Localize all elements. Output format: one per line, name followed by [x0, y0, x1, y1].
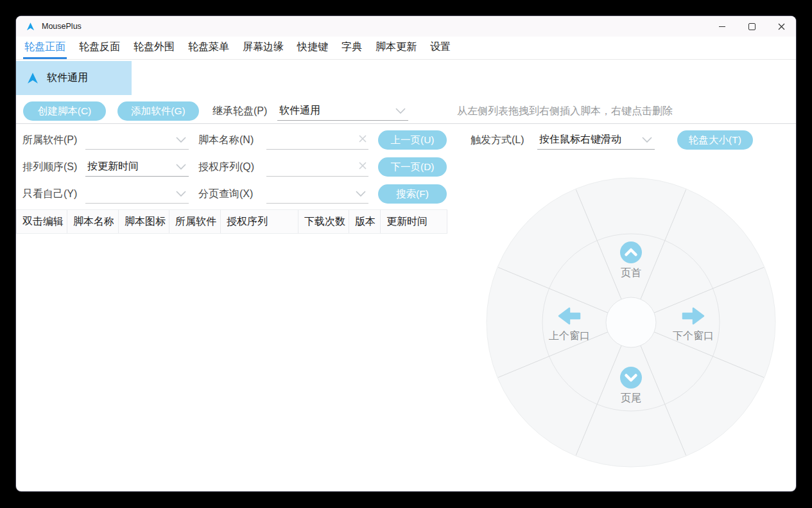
minimize-icon	[719, 26, 725, 27]
tab-wheel-back[interactable]: 轮盘反面	[78, 37, 121, 59]
col-download-count[interactable]: 下载次数	[298, 210, 349, 233]
chevron-down-icon	[176, 134, 186, 146]
only-mine-label: 只看自己(Y)	[22, 184, 77, 204]
col-owner-software[interactable]: 所属软件	[169, 210, 221, 233]
wheel-item-top[interactable]: 页首	[599, 241, 663, 280]
chevron-down-icon	[176, 188, 186, 200]
wheel-rings	[486, 177, 776, 468]
auth-serial-label: 授权序列(Q)	[198, 157, 254, 177]
main-tabbar: 轮盘正面 轮盘反面 轮盘外围 轮盘菜单 屏幕边缘 快捷键 字典 脚本更新 设置	[16, 37, 796, 60]
wheel-item-bottom[interactable]: 页尾	[599, 367, 663, 405]
sort-order-value: 按更新时间	[85, 160, 176, 173]
wheel-item-label: 页尾	[621, 392, 641, 405]
wheel-item-label: 下个窗口	[673, 329, 714, 343]
toolbar-divider	[16, 123, 796, 124]
script-table-header: 双击编辑 脚本名称 脚本图标 所属软件 授权序列 下载次数 版本 更新时间	[16, 209, 447, 234]
inherit-wheel-select[interactable]: 软件通用	[277, 101, 408, 121]
maximize-button[interactable]	[737, 16, 766, 37]
chevron-down-circle-icon	[620, 367, 642, 389]
category-card-selected[interactable]: 软件通用	[16, 61, 132, 95]
col-script-icon[interactable]: 脚本图标	[119, 210, 169, 233]
page-query-select[interactable]	[266, 184, 368, 204]
app-logo-icon	[26, 22, 35, 31]
tab-wheel-outer[interactable]: 轮盘外围	[132, 37, 176, 59]
next-page-button[interactable]: 下一页(D)	[378, 157, 447, 177]
col-version[interactable]: 版本	[349, 210, 381, 233]
titlebar: MousePlus	[16, 16, 796, 37]
drag-hint-text: 从左侧列表拖拽到右侧插入脚本，右键点击删除	[457, 105, 673, 118]
category-label: 软件通用	[47, 71, 88, 85]
chevron-up-circle-icon	[620, 241, 642, 263]
clear-icon[interactable]	[358, 134, 367, 146]
wheel-item-label: 页首	[621, 267, 641, 280]
inherit-wheel-value: 软件通用	[277, 104, 395, 118]
clear-icon[interactable]	[358, 161, 367, 173]
tab-wheel-front[interactable]: 轮盘正面	[23, 37, 67, 59]
wheel-size-button[interactable]: 轮盘大小(T)	[677, 130, 753, 150]
script-name-label: 脚本名称(N)	[198, 130, 254, 150]
trigger-mode-label: 触发方式(L)	[471, 130, 524, 150]
search-button[interactable]: 搜索(F)	[378, 184, 447, 204]
maximize-icon	[748, 23, 756, 30]
add-software-button[interactable]: 添加软件(G)	[117, 101, 199, 121]
wheel-item-left[interactable]: 上个窗口	[537, 306, 601, 343]
owner-software-label: 所属软件(P)	[22, 130, 77, 150]
create-script-button[interactable]: 创建脚本(C)	[23, 101, 106, 121]
col-auth-serial[interactable]: 授权序列	[221, 210, 298, 233]
tab-script-update[interactable]: 脚本更新	[374, 37, 418, 59]
page-query-label: 分页查询(X)	[198, 184, 253, 204]
prev-page-button[interactable]: 上一页(U)	[378, 130, 447, 150]
col-update-time[interactable]: 更新时间	[381, 210, 447, 233]
close-button[interactable]	[766, 16, 796, 37]
trigger-mode-select[interactable]: 按住鼠标右键滑动	[537, 130, 655, 150]
col-double-click-edit[interactable]: 双击编辑	[16, 210, 67, 233]
auth-serial-input[interactable]	[266, 157, 368, 177]
close-icon	[778, 23, 785, 30]
chevron-down-icon	[176, 161, 186, 173]
arrow-cursor-icon	[26, 72, 39, 85]
sort-order-label: 排列顺序(S)	[22, 157, 77, 177]
wheel-item-right[interactable]: 下个窗口	[661, 306, 725, 343]
only-mine-select[interactable]	[85, 184, 189, 204]
chevron-down-icon	[642, 134, 652, 146]
tab-wheel-menu[interactable]: 轮盘菜单	[187, 37, 230, 59]
trigger-mode-value: 按住鼠标右键滑动	[537, 133, 642, 146]
arrow-left-icon	[557, 306, 582, 326]
chevron-down-icon	[356, 188, 366, 200]
mouseplus-window: MousePlus 轮盘正面 轮盘反面 轮盘外围 轮盘菜单 屏幕边缘 快捷键 字…	[16, 16, 796, 491]
script-name-input[interactable]	[266, 130, 368, 150]
sort-order-select[interactable]: 按更新时间	[85, 157, 189, 177]
inherit-wheel-label: 继承轮盘(P)	[212, 101, 267, 121]
minimize-button[interactable]	[707, 16, 737, 37]
chevron-down-icon	[395, 105, 406, 117]
wheel-item-label: 上个窗口	[549, 329, 590, 343]
col-script-name[interactable]: 脚本名称	[67, 210, 119, 233]
window-controls	[707, 16, 796, 37]
tab-screen-edge[interactable]: 屏幕边缘	[241, 37, 285, 59]
owner-software-select[interactable]	[85, 130, 189, 150]
window-title: MousePlus	[42, 22, 82, 31]
tab-settings[interactable]: 设置	[429, 37, 452, 59]
tab-hotkeys[interactable]: 快捷键	[296, 37, 329, 59]
tab-dictionary[interactable]: 字典	[340, 37, 363, 59]
wheel-preview: 页首 上个窗口 下个窗口 页尾	[486, 177, 776, 468]
arrow-right-icon	[681, 306, 705, 326]
